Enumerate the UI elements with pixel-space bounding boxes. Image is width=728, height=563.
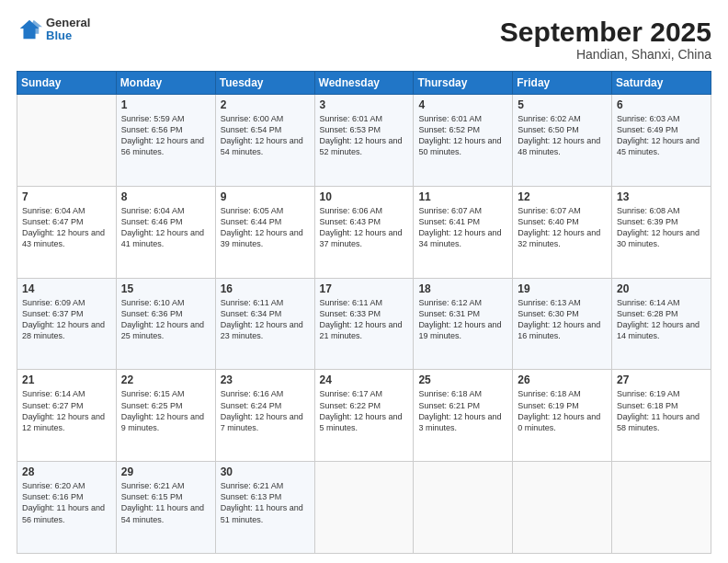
day-info: Sunrise: 6:09 AMSunset: 6:37 PMDaylight:… — [22, 297, 111, 342]
day-number: 25 — [418, 373, 507, 386]
day-info: Sunrise: 6:20 AMSunset: 6:16 PMDaylight:… — [22, 480, 111, 525]
calendar-cell: 3Sunrise: 6:01 AMSunset: 6:53 PMDaylight… — [314, 95, 414, 187]
calendar-cell: 2Sunrise: 6:00 AMSunset: 6:54 PMDaylight… — [215, 95, 314, 187]
calendar-header-sunday: Sunday — [17, 72, 117, 95]
location: Handian, Shanxi, China — [500, 47, 711, 62]
calendar-cell — [314, 462, 414, 554]
day-number: 6 — [617, 98, 706, 111]
day-info: Sunrise: 6:05 AMSunset: 6:44 PMDaylight:… — [221, 205, 310, 250]
calendar-cell: 6Sunrise: 6:03 AMSunset: 6:49 PMDaylight… — [612, 95, 711, 187]
day-number: 26 — [518, 373, 607, 386]
calendar-cell: 4Sunrise: 6:01 AMSunset: 6:52 PMDaylight… — [414, 95, 513, 187]
calendar-cell: 30Sunrise: 6:21 AMSunset: 6:13 PMDayligh… — [215, 462, 314, 554]
day-number: 12 — [518, 190, 607, 203]
logo-icon — [17, 17, 42, 42]
day-number: 14 — [22, 282, 111, 295]
calendar-cell: 25Sunrise: 6:18 AMSunset: 6:21 PMDayligh… — [414, 370, 513, 462]
calendar-week-row: 14Sunrise: 6:09 AMSunset: 6:37 PMDayligh… — [17, 278, 711, 370]
day-info: Sunrise: 6:18 AMSunset: 6:19 PMDaylight:… — [518, 388, 607, 433]
calendar-cell — [513, 462, 612, 554]
calendar-cell: 12Sunrise: 6:07 AMSunset: 6:40 PMDayligh… — [513, 186, 612, 278]
day-info: Sunrise: 6:06 AMSunset: 6:43 PMDaylight:… — [320, 205, 409, 250]
day-number: 3 — [320, 98, 409, 111]
calendar-week-row: 7Sunrise: 6:04 AMSunset: 6:47 PMDaylight… — [17, 186, 711, 278]
day-info: Sunrise: 6:16 AMSunset: 6:24 PMDaylight:… — [221, 388, 310, 433]
calendar-header-tuesday: Tuesday — [215, 72, 314, 95]
title-block: September 2025 Handian, Shanxi, China — [500, 17, 711, 62]
calendar-cell: 28Sunrise: 6:20 AMSunset: 6:16 PMDayligh… — [17, 462, 117, 554]
calendar-cell — [414, 462, 513, 554]
calendar-cell: 10Sunrise: 6:06 AMSunset: 6:43 PMDayligh… — [314, 186, 414, 278]
calendar-header-wednesday: Wednesday — [314, 72, 414, 95]
day-info: Sunrise: 6:04 AMSunset: 6:47 PMDaylight:… — [22, 205, 111, 250]
day-number: 30 — [221, 465, 310, 478]
calendar-cell: 7Sunrise: 6:04 AMSunset: 6:47 PMDaylight… — [17, 186, 117, 278]
calendar-header-friday: Friday — [513, 72, 612, 95]
calendar-cell: 15Sunrise: 6:10 AMSunset: 6:36 PMDayligh… — [116, 278, 215, 370]
day-number: 5 — [518, 98, 607, 111]
day-number: 28 — [22, 465, 111, 478]
day-number: 15 — [121, 282, 210, 295]
calendar-cell: 19Sunrise: 6:13 AMSunset: 6:30 PMDayligh… — [513, 278, 612, 370]
day-info: Sunrise: 6:08 AMSunset: 6:39 PMDaylight:… — [617, 205, 706, 250]
calendar-cell: 23Sunrise: 6:16 AMSunset: 6:24 PMDayligh… — [215, 370, 314, 462]
day-number: 8 — [121, 190, 210, 203]
day-info: Sunrise: 6:21 AMSunset: 6:13 PMDaylight:… — [221, 480, 310, 525]
calendar-cell: 21Sunrise: 6:14 AMSunset: 6:27 PMDayligh… — [17, 370, 117, 462]
calendar-week-row: 21Sunrise: 6:14 AMSunset: 6:27 PMDayligh… — [17, 370, 711, 462]
calendar-cell: 13Sunrise: 6:08 AMSunset: 6:39 PMDayligh… — [612, 186, 711, 278]
calendar-cell: 20Sunrise: 6:14 AMSunset: 6:28 PMDayligh… — [612, 278, 711, 370]
day-info: Sunrise: 6:14 AMSunset: 6:28 PMDaylight:… — [617, 297, 706, 342]
day-info: Sunrise: 6:01 AMSunset: 6:53 PMDaylight:… — [320, 113, 409, 158]
calendar-cell: 1Sunrise: 5:59 AMSunset: 6:56 PMDaylight… — [116, 95, 215, 187]
calendar-header-row: SundayMondayTuesdayWednesdayThursdayFrid… — [17, 72, 711, 95]
logo-blue: Blue — [46, 29, 90, 42]
calendar-cell: 24Sunrise: 6:17 AMSunset: 6:22 PMDayligh… — [314, 370, 414, 462]
day-number: 24 — [320, 373, 409, 386]
day-number: 9 — [221, 190, 310, 203]
day-info: Sunrise: 6:11 AMSunset: 6:33 PMDaylight:… — [320, 297, 409, 342]
day-info: Sunrise: 6:02 AMSunset: 6:50 PMDaylight:… — [518, 113, 607, 158]
day-info: Sunrise: 6:18 AMSunset: 6:21 PMDaylight:… — [418, 388, 507, 433]
calendar-week-row: 28Sunrise: 6:20 AMSunset: 6:16 PMDayligh… — [17, 462, 711, 554]
calendar-cell: 11Sunrise: 6:07 AMSunset: 6:41 PMDayligh… — [414, 186, 513, 278]
day-info: Sunrise: 6:11 AMSunset: 6:34 PMDaylight:… — [221, 297, 310, 342]
day-number: 21 — [22, 373, 111, 386]
day-number: 10 — [320, 190, 409, 203]
day-info: Sunrise: 6:00 AMSunset: 6:54 PMDaylight:… — [221, 113, 310, 158]
logo-general: General — [46, 17, 90, 29]
month-title: September 2025 — [500, 17, 711, 47]
logo: General Blue — [17, 17, 90, 43]
calendar-table: SundayMondayTuesdayWednesdayThursdayFrid… — [17, 71, 711, 554]
day-number: 16 — [221, 282, 310, 295]
day-info: Sunrise: 6:04 AMSunset: 6:46 PMDaylight:… — [121, 205, 210, 250]
day-info: Sunrise: 6:10 AMSunset: 6:36 PMDaylight:… — [121, 297, 210, 342]
day-number: 27 — [617, 373, 706, 386]
day-info: Sunrise: 6:14 AMSunset: 6:27 PMDaylight:… — [22, 388, 111, 433]
day-number: 18 — [418, 282, 507, 295]
day-number: 2 — [221, 98, 310, 111]
day-info: Sunrise: 6:12 AMSunset: 6:31 PMDaylight:… — [418, 297, 507, 342]
day-info: Sunrise: 6:15 AMSunset: 6:25 PMDaylight:… — [121, 388, 210, 433]
page: General Blue September 2025 Handian, Sha… — [0, 0, 728, 563]
day-info: Sunrise: 6:03 AMSunset: 6:49 PMDaylight:… — [617, 113, 706, 158]
calendar-cell — [612, 462, 711, 554]
calendar-cell: 5Sunrise: 6:02 AMSunset: 6:50 PMDaylight… — [513, 95, 612, 187]
calendar-cell: 29Sunrise: 6:21 AMSunset: 6:15 PMDayligh… — [116, 462, 215, 554]
day-info: Sunrise: 6:19 AMSunset: 6:18 PMDaylight:… — [617, 388, 706, 433]
day-number: 23 — [221, 373, 310, 386]
calendar-cell: 8Sunrise: 6:04 AMSunset: 6:46 PMDaylight… — [116, 186, 215, 278]
calendar-cell: 27Sunrise: 6:19 AMSunset: 6:18 PMDayligh… — [612, 370, 711, 462]
calendar-cell: 16Sunrise: 6:11 AMSunset: 6:34 PMDayligh… — [215, 278, 314, 370]
day-number: 7 — [22, 190, 111, 203]
logo-text: General Blue — [46, 17, 90, 43]
calendar-header-saturday: Saturday — [612, 72, 711, 95]
day-info: Sunrise: 6:17 AMSunset: 6:22 PMDaylight:… — [320, 388, 409, 433]
day-number: 20 — [617, 282, 706, 295]
day-number: 19 — [518, 282, 607, 295]
calendar-cell: 14Sunrise: 6:09 AMSunset: 6:37 PMDayligh… — [17, 278, 117, 370]
day-number: 29 — [121, 465, 210, 478]
calendar-week-row: 1Sunrise: 5:59 AMSunset: 6:56 PMDaylight… — [17, 95, 711, 187]
calendar-cell — [17, 95, 117, 187]
day-info: Sunrise: 6:07 AMSunset: 6:40 PMDaylight:… — [518, 205, 607, 250]
